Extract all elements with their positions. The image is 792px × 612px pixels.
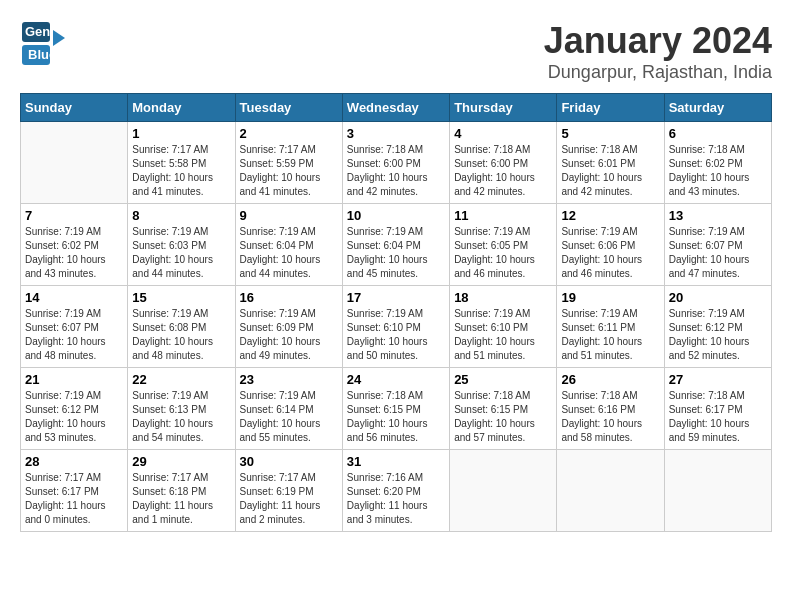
day-number: 17 xyxy=(347,290,445,305)
calendar-body: 1Sunrise: 7:17 AM Sunset: 5:58 PM Daylig… xyxy=(21,122,772,532)
calendar-cell: 25Sunrise: 7:18 AM Sunset: 6:15 PM Dayli… xyxy=(450,368,557,450)
calendar-cell: 27Sunrise: 7:18 AM Sunset: 6:17 PM Dayli… xyxy=(664,368,771,450)
weekday-header-row: SundayMondayTuesdayWednesdayThursdayFrid… xyxy=(21,94,772,122)
week-row-4: 21Sunrise: 7:19 AM Sunset: 6:12 PM Dayli… xyxy=(21,368,772,450)
day-number: 9 xyxy=(240,208,338,223)
day-info: Sunrise: 7:19 AM Sunset: 6:11 PM Dayligh… xyxy=(561,307,659,363)
day-number: 21 xyxy=(25,372,123,387)
day-number: 11 xyxy=(454,208,552,223)
calendar-header: SundayMondayTuesdayWednesdayThursdayFrid… xyxy=(21,94,772,122)
week-row-5: 28Sunrise: 7:17 AM Sunset: 6:17 PM Dayli… xyxy=(21,450,772,532)
day-info: Sunrise: 7:19 AM Sunset: 6:08 PM Dayligh… xyxy=(132,307,230,363)
day-number: 31 xyxy=(347,454,445,469)
day-info: Sunrise: 7:19 AM Sunset: 6:10 PM Dayligh… xyxy=(454,307,552,363)
calendar-cell: 8Sunrise: 7:19 AM Sunset: 6:03 PM Daylig… xyxy=(128,204,235,286)
day-info: Sunrise: 7:19 AM Sunset: 6:07 PM Dayligh… xyxy=(25,307,123,363)
day-number: 2 xyxy=(240,126,338,141)
day-number: 7 xyxy=(25,208,123,223)
calendar-cell: 5Sunrise: 7:18 AM Sunset: 6:01 PM Daylig… xyxy=(557,122,664,204)
day-number: 14 xyxy=(25,290,123,305)
calendar-cell: 22Sunrise: 7:19 AM Sunset: 6:13 PM Dayli… xyxy=(128,368,235,450)
calendar-cell: 26Sunrise: 7:18 AM Sunset: 6:16 PM Dayli… xyxy=(557,368,664,450)
logo-svg: GeneralBlue xyxy=(20,20,80,70)
day-info: Sunrise: 7:18 AM Sunset: 6:15 PM Dayligh… xyxy=(347,389,445,445)
calendar-cell: 3Sunrise: 7:18 AM Sunset: 6:00 PM Daylig… xyxy=(342,122,449,204)
calendar-cell: 15Sunrise: 7:19 AM Sunset: 6:08 PM Dayli… xyxy=(128,286,235,368)
calendar-cell: 14Sunrise: 7:19 AM Sunset: 6:07 PM Dayli… xyxy=(21,286,128,368)
day-info: Sunrise: 7:18 AM Sunset: 6:00 PM Dayligh… xyxy=(454,143,552,199)
day-info: Sunrise: 7:19 AM Sunset: 6:09 PM Dayligh… xyxy=(240,307,338,363)
day-info: Sunrise: 7:18 AM Sunset: 6:17 PM Dayligh… xyxy=(669,389,767,445)
day-info: Sunrise: 7:19 AM Sunset: 6:02 PM Dayligh… xyxy=(25,225,123,281)
weekday-monday: Monday xyxy=(128,94,235,122)
calendar-cell xyxy=(557,450,664,532)
day-number: 5 xyxy=(561,126,659,141)
weekday-wednesday: Wednesday xyxy=(342,94,449,122)
calendar-cell: 9Sunrise: 7:19 AM Sunset: 6:04 PM Daylig… xyxy=(235,204,342,286)
day-number: 20 xyxy=(669,290,767,305)
day-info: Sunrise: 7:17 AM Sunset: 5:58 PM Dayligh… xyxy=(132,143,230,199)
day-info: Sunrise: 7:18 AM Sunset: 6:02 PM Dayligh… xyxy=(669,143,767,199)
day-number: 22 xyxy=(132,372,230,387)
day-number: 12 xyxy=(561,208,659,223)
day-number: 1 xyxy=(132,126,230,141)
weekday-friday: Friday xyxy=(557,94,664,122)
weekday-sunday: Sunday xyxy=(21,94,128,122)
day-number: 8 xyxy=(132,208,230,223)
day-info: Sunrise: 7:17 AM Sunset: 5:59 PM Dayligh… xyxy=(240,143,338,199)
calendar-cell: 21Sunrise: 7:19 AM Sunset: 6:12 PM Dayli… xyxy=(21,368,128,450)
day-info: Sunrise: 7:18 AM Sunset: 6:15 PM Dayligh… xyxy=(454,389,552,445)
calendar-cell: 4Sunrise: 7:18 AM Sunset: 6:00 PM Daylig… xyxy=(450,122,557,204)
day-number: 29 xyxy=(132,454,230,469)
day-info: Sunrise: 7:19 AM Sunset: 6:12 PM Dayligh… xyxy=(669,307,767,363)
calendar-cell xyxy=(664,450,771,532)
day-info: Sunrise: 7:18 AM Sunset: 6:01 PM Dayligh… xyxy=(561,143,659,199)
day-number: 25 xyxy=(454,372,552,387)
day-info: Sunrise: 7:19 AM Sunset: 6:06 PM Dayligh… xyxy=(561,225,659,281)
day-number: 18 xyxy=(454,290,552,305)
calendar-cell: 18Sunrise: 7:19 AM Sunset: 6:10 PM Dayli… xyxy=(450,286,557,368)
calendar-table: SundayMondayTuesdayWednesdayThursdayFrid… xyxy=(20,93,772,532)
calendar-cell xyxy=(21,122,128,204)
day-info: Sunrise: 7:17 AM Sunset: 6:17 PM Dayligh… xyxy=(25,471,123,527)
calendar-cell: 6Sunrise: 7:18 AM Sunset: 6:02 PM Daylig… xyxy=(664,122,771,204)
calendar-cell: 20Sunrise: 7:19 AM Sunset: 6:12 PM Dayli… xyxy=(664,286,771,368)
day-info: Sunrise: 7:19 AM Sunset: 6:04 PM Dayligh… xyxy=(347,225,445,281)
day-number: 6 xyxy=(669,126,767,141)
calendar-cell: 13Sunrise: 7:19 AM Sunset: 6:07 PM Dayli… xyxy=(664,204,771,286)
day-number: 4 xyxy=(454,126,552,141)
calendar-cell: 23Sunrise: 7:19 AM Sunset: 6:14 PM Dayli… xyxy=(235,368,342,450)
location-title: Dungarpur, Rajasthan, India xyxy=(544,62,772,83)
calendar-cell: 12Sunrise: 7:19 AM Sunset: 6:06 PM Dayli… xyxy=(557,204,664,286)
calendar-cell: 28Sunrise: 7:17 AM Sunset: 6:17 PM Dayli… xyxy=(21,450,128,532)
day-info: Sunrise: 7:19 AM Sunset: 6:12 PM Dayligh… xyxy=(25,389,123,445)
day-number: 27 xyxy=(669,372,767,387)
calendar-cell: 10Sunrise: 7:19 AM Sunset: 6:04 PM Dayli… xyxy=(342,204,449,286)
day-number: 10 xyxy=(347,208,445,223)
logo: GeneralBlue xyxy=(20,20,80,70)
week-row-2: 7Sunrise: 7:19 AM Sunset: 6:02 PM Daylig… xyxy=(21,204,772,286)
week-row-3: 14Sunrise: 7:19 AM Sunset: 6:07 PM Dayli… xyxy=(21,286,772,368)
title-section: January 2024 Dungarpur, Rajasthan, India xyxy=(544,20,772,83)
calendar-cell: 7Sunrise: 7:19 AM Sunset: 6:02 PM Daylig… xyxy=(21,204,128,286)
weekday-tuesday: Tuesday xyxy=(235,94,342,122)
calendar-cell: 31Sunrise: 7:16 AM Sunset: 6:20 PM Dayli… xyxy=(342,450,449,532)
calendar-cell: 1Sunrise: 7:17 AM Sunset: 5:58 PM Daylig… xyxy=(128,122,235,204)
calendar-cell xyxy=(450,450,557,532)
month-title: January 2024 xyxy=(544,20,772,62)
day-number: 19 xyxy=(561,290,659,305)
day-number: 23 xyxy=(240,372,338,387)
day-info: Sunrise: 7:19 AM Sunset: 6:04 PM Dayligh… xyxy=(240,225,338,281)
day-info: Sunrise: 7:19 AM Sunset: 6:13 PM Dayligh… xyxy=(132,389,230,445)
day-info: Sunrise: 7:19 AM Sunset: 6:05 PM Dayligh… xyxy=(454,225,552,281)
day-info: Sunrise: 7:19 AM Sunset: 6:10 PM Dayligh… xyxy=(347,307,445,363)
calendar-cell: 24Sunrise: 7:18 AM Sunset: 6:15 PM Dayli… xyxy=(342,368,449,450)
day-info: Sunrise: 7:18 AM Sunset: 6:16 PM Dayligh… xyxy=(561,389,659,445)
calendar-cell: 16Sunrise: 7:19 AM Sunset: 6:09 PM Dayli… xyxy=(235,286,342,368)
calendar-cell: 29Sunrise: 7:17 AM Sunset: 6:18 PM Dayli… xyxy=(128,450,235,532)
calendar-cell: 30Sunrise: 7:17 AM Sunset: 6:19 PM Dayli… xyxy=(235,450,342,532)
day-number: 13 xyxy=(669,208,767,223)
day-info: Sunrise: 7:19 AM Sunset: 6:03 PM Dayligh… xyxy=(132,225,230,281)
day-info: Sunrise: 7:16 AM Sunset: 6:20 PM Dayligh… xyxy=(347,471,445,527)
day-info: Sunrise: 7:19 AM Sunset: 6:07 PM Dayligh… xyxy=(669,225,767,281)
